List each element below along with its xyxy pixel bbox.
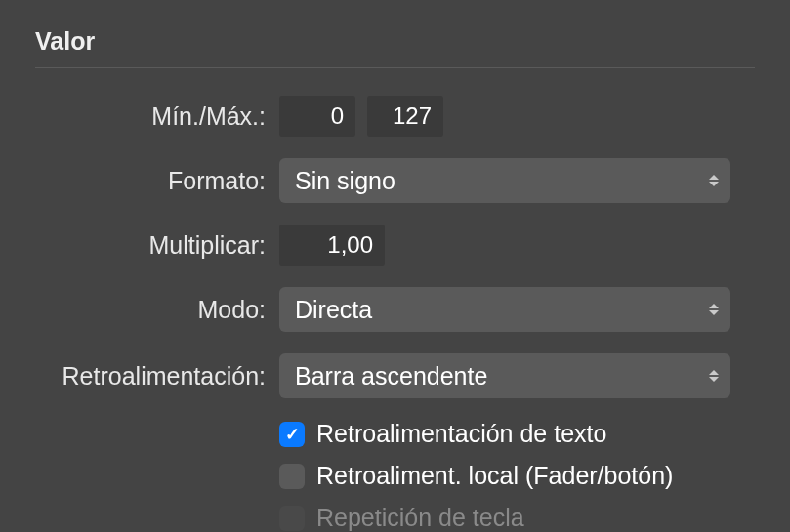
select-retro[interactable]: Barra ascendente	[279, 353, 730, 398]
checkbox-label-texto: Retroalimentación de texto	[316, 420, 606, 448]
select-formato[interactable]: Sin signo	[279, 158, 730, 203]
input-multiplicar[interactable]	[279, 225, 385, 266]
select-modo-wrap: Directa	[279, 287, 730, 332]
label-retro: Retroalimentación:	[35, 362, 266, 390]
input-max[interactable]	[367, 96, 443, 137]
checkbox-label-repeticion: Repetición de tecla	[316, 504, 524, 532]
row-modo: Modo: Directa	[35, 287, 755, 332]
select-formato-value: Sin signo	[295, 167, 395, 195]
checkbox-repeticion	[279, 506, 305, 531]
checkmark-icon: ✓	[285, 424, 300, 445]
checkbox-local[interactable]	[279, 464, 305, 489]
multiplicar-inputs	[279, 225, 385, 266]
row-multiplicar: Multiplicar:	[35, 225, 755, 266]
checkbox-label-local: Retroaliment. local (Fader/botón)	[316, 462, 673, 490]
select-modo[interactable]: Directa	[279, 287, 730, 332]
select-modo-value: Directa	[295, 296, 372, 324]
label-minmax: Mín./Máx.:	[35, 102, 266, 131]
checkbox-row-texto: ✓ Retroalimentación de texto	[279, 420, 755, 448]
row-retro: Retroalimentación: Barra ascendente	[35, 353, 755, 398]
input-min[interactable]	[279, 96, 355, 137]
row-formato: Formato: Sin signo	[35, 158, 755, 203]
label-modo: Modo:	[35, 296, 266, 324]
minmax-inputs	[279, 96, 443, 137]
select-formato-wrap: Sin signo	[279, 158, 730, 203]
row-minmax: Mín./Máx.:	[35, 96, 755, 137]
label-formato: Formato:	[35, 167, 266, 195]
checkbox-row-repeticion: Repetición de tecla	[279, 504, 755, 532]
checkbox-row-local: Retroaliment. local (Fader/botón)	[279, 462, 755, 490]
section-title: Valor	[35, 27, 755, 56]
section-divider	[35, 67, 755, 68]
checkbox-group: ✓ Retroalimentación de texto Retroalimen…	[279, 420, 755, 532]
select-retro-wrap: Barra ascendente	[279, 353, 730, 398]
checkbox-texto[interactable]: ✓	[279, 422, 305, 447]
label-multiplicar: Multiplicar:	[35, 231, 266, 260]
select-retro-value: Barra ascendente	[295, 362, 487, 390]
